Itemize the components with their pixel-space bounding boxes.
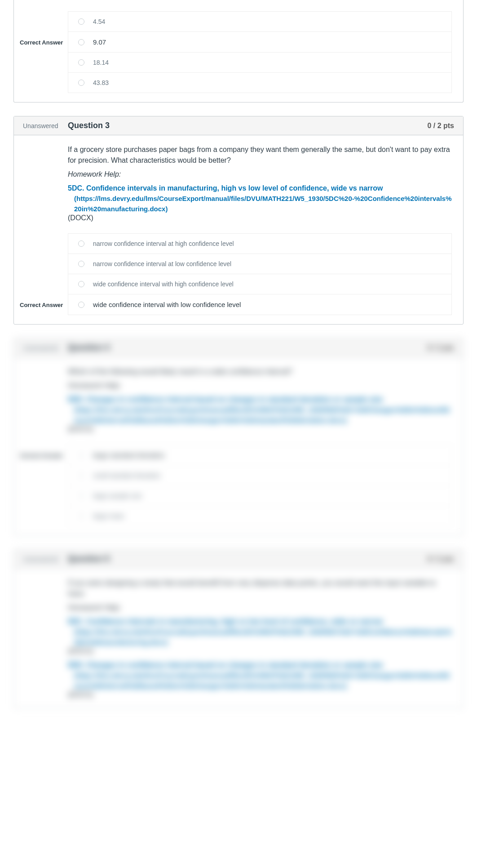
resource-suffix: (DOCX) [68, 647, 93, 655]
answer-option: large standard deviationCorrect Answer [68, 445, 451, 465]
question-2-partial: 4.549.07Correct Answer18.1443.83 [13, 0, 464, 102]
question-status: Unanswered [23, 122, 68, 129]
answer-text: narrow confidence interval at low confid… [93, 260, 231, 267]
radio-icon [78, 493, 84, 499]
question-prompt: Which of the following would likely resu… [68, 366, 452, 377]
question-gutter [14, 0, 68, 102]
radio-icon [78, 59, 84, 66]
resource-link-url: (https://lms.devry.edu/lms/CourseExport/… [68, 405, 452, 425]
answer-option: large mean [68, 506, 451, 526]
correct-answer-label: Correct Answer [20, 452, 65, 458]
resource-link-url: (https://lms.devry.edu/lms/CourseExport/… [68, 627, 452, 647]
question-points: 0 / 2 pts [418, 344, 454, 352]
answer-text: large standard deviation [93, 451, 165, 459]
answer-text: narrow confidence interval at high confi… [93, 240, 234, 247]
question-prompt: If a grocery store purchases paper bags … [68, 144, 452, 166]
answer-text: wide confidence interval with high confi… [93, 280, 234, 288]
answer-text: large sample size [93, 492, 142, 499]
homework-help-label: Homework Help: [68, 604, 452, 612]
answer-text: 4.54 [93, 18, 105, 25]
resource-link-block: 5DC. Confidence intervals in manufacturi… [68, 616, 452, 655]
resource-suffix: (DOCX) [68, 691, 93, 699]
resource-link: 5DC. Confidence intervals in manufacturi… [68, 618, 383, 625]
correct-answer-label: Correct Answer [20, 301, 65, 308]
resource-link-block: 5DD. Changes in confidence interval base… [68, 394, 452, 433]
radio-icon [78, 80, 84, 86]
resource-link-block: 5DD. Changes in confidence interval base… [68, 660, 452, 699]
answer-text: 9.07 [93, 38, 106, 46]
answer-text: large mean [93, 512, 124, 520]
answer-option: small standard deviation [68, 465, 451, 485]
radio-icon [78, 513, 84, 519]
answer-option: large sample size [68, 485, 451, 506]
question-3: Unanswered Question 3 0 / 2 pts If a gro… [13, 116, 464, 325]
question-gutter [14, 357, 68, 535]
answer-text: 43.83 [93, 79, 109, 86]
radio-icon [78, 18, 84, 25]
answer-list: large standard deviationCorrect Answersm… [68, 445, 452, 526]
question-status: Unanswered [23, 556, 68, 563]
question-title: Question 5 [68, 554, 418, 564]
question-points: 0 / 2 pts [418, 555, 454, 563]
question-5-blurred: Unanswered Question 5 0 / 2 pts If you w… [13, 549, 464, 708]
radio-icon [78, 452, 84, 458]
answer-option: narrow confidence interval at high confi… [68, 233, 451, 254]
homework-help-label: Homework Help: [68, 170, 452, 178]
resource-suffix: (DOCX) [68, 214, 93, 222]
question-title: Question 3 [68, 121, 418, 130]
resource-link-url[interactable]: (https://lms.devry.edu/lms/CourseExport/… [68, 194, 452, 214]
answer-option: 4.54 [68, 11, 451, 31]
answer-text: wide confidence interval with low confid… [93, 301, 241, 308]
resource-link: 5DD. Changes in confidence interval base… [68, 661, 383, 669]
answer-text: small standard deviation [93, 472, 161, 479]
question-4-blurred: Unanswered Question 4 0 / 2 pts Which of… [13, 338, 464, 536]
homework-help-label: Homework Help: [68, 382, 452, 390]
question-points: 0 / 2 pts [418, 122, 454, 130]
question-status: Unanswered [23, 344, 68, 352]
answer-option: 43.83 [68, 72, 451, 93]
radio-icon [78, 240, 84, 247]
question-header: Unanswered Question 5 0 / 2 pts [14, 550, 463, 569]
resource-link-block: 5DC. Confidence intervals in manufacturi… [68, 183, 452, 222]
radio-icon [78, 472, 84, 479]
radio-icon [78, 261, 84, 267]
question-header: Unanswered Question 3 0 / 2 pts [14, 116, 463, 135]
question-prompt: If you were designing a study that would… [68, 578, 452, 599]
question-gutter [14, 135, 68, 324]
question-header: Unanswered Question 4 0 / 2 pts [14, 338, 463, 357]
answer-option: wide confidence interval with high confi… [68, 274, 451, 294]
answer-option: 18.14 [68, 52, 451, 72]
radio-icon [78, 39, 84, 45]
answer-list: 4.549.07Correct Answer18.1443.83 [68, 11, 452, 93]
answer-text: 18.14 [93, 59, 109, 66]
resource-link[interactable]: 5DC. Confidence intervals in manufacturi… [68, 184, 383, 192]
answer-list: narrow confidence interval at high confi… [68, 233, 452, 315]
radio-icon [78, 302, 84, 308]
answer-option: 9.07Correct Answer [68, 31, 451, 52]
question-title: Question 4 [68, 343, 418, 352]
radio-icon [78, 281, 84, 287]
question-gutter [14, 569, 68, 708]
answer-option: narrow confidence interval at low confid… [68, 254, 451, 274]
resource-link: 5DD. Changes in confidence interval base… [68, 396, 383, 403]
resource-link-url: (https://lms.devry.edu/lms/CourseExport/… [68, 671, 452, 691]
resource-suffix: (DOCX) [68, 425, 93, 433]
answer-option: wide confidence interval with low confid… [68, 294, 451, 315]
correct-answer-label: Correct Answer [20, 39, 65, 45]
